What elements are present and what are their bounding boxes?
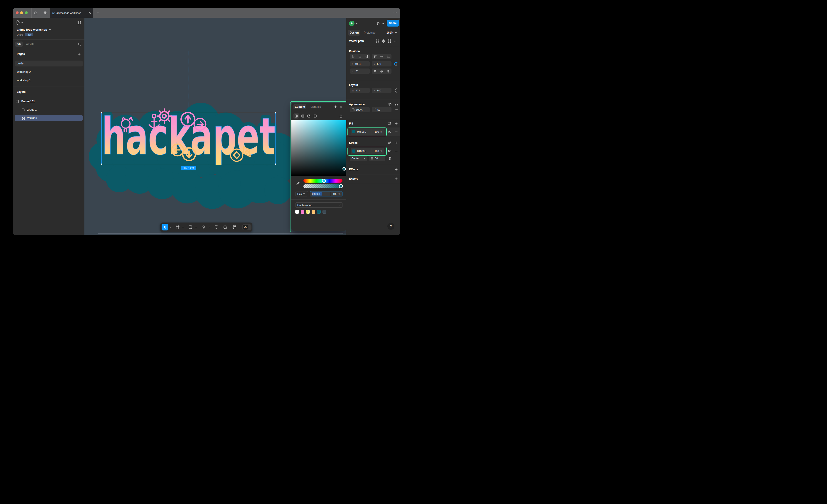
shape-tool-button[interactable] — [187, 224, 194, 231]
fill-type-solid-button[interactable] — [293, 113, 299, 119]
window-menu-button[interactable] — [390, 8, 400, 18]
page-swatch-orange[interactable] — [311, 210, 315, 214]
frame-tool-button[interactable] — [174, 224, 181, 231]
blend-droplet-icon[interactable] — [395, 103, 398, 106]
picker-tab-libraries[interactable]: Libraries — [310, 104, 321, 109]
layer-item-frame-101[interactable]: Frame 101 — [16, 98, 35, 104]
fill-visibility-icon[interactable] — [388, 131, 391, 133]
avatar[interactable]: A — [349, 21, 354, 26]
corner-radius-field[interactable]: 50 — [372, 107, 391, 112]
rotation-field[interactable]: 0° — [350, 68, 370, 74]
page-swatch-white[interactable] — [295, 210, 299, 214]
align-v-center-button[interactable] — [378, 54, 385, 59]
close-picker-button[interactable] — [340, 105, 342, 108]
text-tool-button[interactable] — [213, 224, 220, 231]
align-bottom-button[interactable] — [385, 54, 391, 59]
stroke-styles-icon[interactable] — [388, 142, 391, 145]
add-stroke-icon[interactable] — [395, 142, 398, 144]
pen-tool-button[interactable] — [200, 224, 207, 231]
fill-styles-icon[interactable] — [388, 122, 391, 125]
swatch-scope-dropdown[interactable]: On this page — [295, 202, 342, 208]
zoom-menu[interactable]: 161% — [387, 30, 397, 36]
resize-handle-ne[interactable] — [275, 112, 276, 114]
resize-handle-se[interactable] — [275, 163, 276, 165]
add-style-button[interactable] — [334, 105, 337, 108]
chevron-down-icon[interactable] — [382, 23, 384, 24]
resize-handle-sw[interactable] — [101, 163, 102, 165]
remove-stroke-icon[interactable] — [395, 151, 398, 151]
add-page-button[interactable] — [78, 53, 81, 56]
alpha-handle[interactable] — [339, 184, 343, 188]
flip-horizontal-button[interactable] — [378, 68, 385, 74]
layer-item-group-1[interactable]: Group 1 — [22, 107, 37, 113]
y-position-field[interactable]: Y170 — [372, 61, 391, 66]
hex-value-input[interactable]: 04606E 100 % — [310, 191, 342, 196]
picker-tab-custom[interactable]: Custom — [293, 104, 306, 109]
flip-vertical-button[interactable] — [385, 68, 391, 74]
page-swatch-yellow[interactable] — [306, 210, 310, 214]
chevron-down-icon[interactable] — [182, 226, 184, 228]
fill-type-gradient-button[interactable] — [301, 114, 304, 117]
add-fill-icon[interactable] — [395, 122, 398, 125]
more-options-icon[interactable] — [394, 41, 397, 42]
eye-icon[interactable] — [388, 103, 391, 106]
close-window-button[interactable] — [16, 11, 18, 14]
x-position-field[interactable]: X199.5 — [350, 61, 370, 66]
align-left-button[interactable] — [350, 54, 356, 59]
present-play-icon[interactable] — [377, 21, 380, 25]
page-item-workshop-2[interactable]: workshop 2 — [17, 69, 31, 75]
actions-button[interactable] — [231, 224, 238, 231]
alpha-slider[interactable] — [303, 185, 342, 188]
add-effect-icon[interactable] — [395, 168, 398, 171]
tab-file[interactable]: File — [15, 42, 23, 47]
zoom-window-button[interactable] — [25, 11, 28, 14]
opacity-field[interactable]: 100% — [350, 107, 370, 112]
color-format-dropdown[interactable]: Hex — [295, 191, 308, 196]
search-button[interactable] — [78, 43, 81, 46]
height-field[interactable]: H140 — [372, 88, 391, 93]
remove-fill-icon[interactable] — [395, 132, 398, 132]
create-component-icon[interactable] — [382, 40, 385, 43]
page-swatch-teal[interactable] — [317, 210, 321, 214]
community-button[interactable] — [40, 8, 50, 18]
home-button[interactable] — [31, 8, 40, 18]
selection-bounding-box[interactable] — [101, 113, 276, 164]
minimize-window-button[interactable] — [20, 11, 23, 14]
comment-tool-button[interactable] — [222, 224, 228, 231]
fill-type-image-button[interactable] — [307, 114, 310, 117]
resize-handle-nw[interactable] — [101, 112, 102, 114]
page-swatch-slate[interactable] — [323, 210, 326, 214]
component-grid-icon[interactable] — [376, 40, 379, 43]
collapse-sidebar-button[interactable] — [77, 21, 81, 24]
eyedropper-button[interactable] — [296, 182, 300, 186]
horizontal-scrollbar[interactable] — [98, 233, 343, 234]
tab-design[interactable]: Design — [348, 30, 360, 36]
fill-type-video-button[interactable] — [313, 114, 317, 117]
close-tab-icon[interactable] — [89, 12, 91, 14]
page-item-workshop-1[interactable]: workshop 1 — [17, 78, 31, 83]
main-menu[interactable] — [16, 20, 23, 25]
stroke-weight-field[interactable]: 30 — [369, 156, 385, 161]
lock-aspect-icon[interactable] — [395, 89, 398, 92]
saturation-handle[interactable] — [342, 167, 346, 170]
new-tab-button[interactable] — [93, 8, 103, 18]
chevron-down-icon[interactable] — [356, 23, 358, 24]
canvas[interactable]: hackapet hackapet — [85, 18, 346, 235]
add-export-icon[interactable] — [395, 178, 398, 180]
alpha-value[interactable]: 100 — [333, 193, 337, 195]
layer-item-vector-5[interactable]: Vector 5 — [15, 115, 83, 121]
help-button[interactable]: ? — [387, 223, 394, 230]
stroke-align-dropdown[interactable]: Center — [350, 156, 367, 161]
width-field[interactable]: W477 — [350, 88, 370, 93]
more-appearance-icon[interactable] — [395, 109, 398, 110]
page-swatch-pink[interactable] — [301, 210, 304, 214]
chevron-down-icon[interactable] — [195, 226, 197, 228]
chevron-down-icon[interactable] — [169, 226, 171, 228]
hue-slider[interactable] — [303, 179, 342, 183]
tab-prototype[interactable]: Prototype — [364, 30, 375, 36]
advanced-stroke-icon[interactable] — [389, 157, 391, 160]
align-top-button[interactable] — [372, 54, 378, 59]
move-tool-button[interactable] — [161, 224, 168, 231]
rotate-button[interactable] — [372, 68, 378, 74]
constraints-icon[interactable] — [394, 62, 398, 66]
